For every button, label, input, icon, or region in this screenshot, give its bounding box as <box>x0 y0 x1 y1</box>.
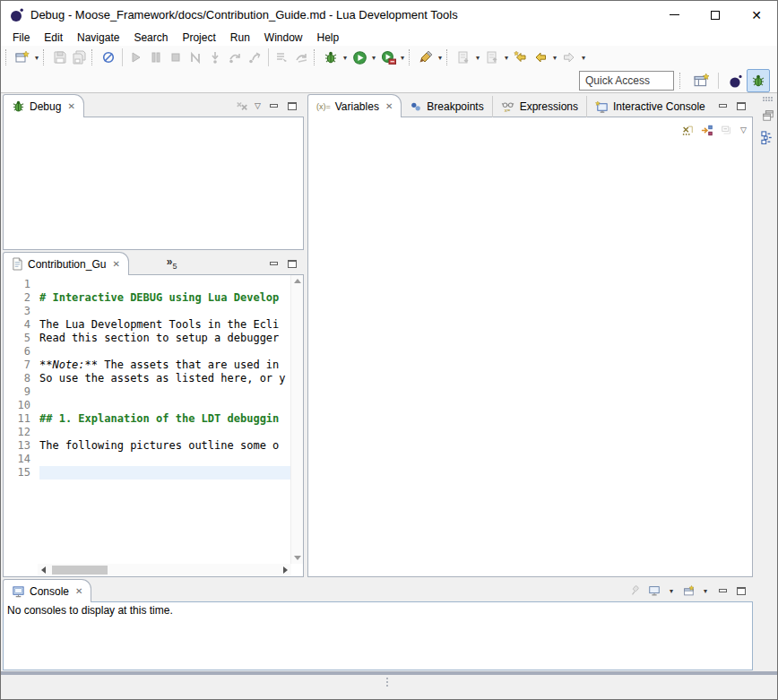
run-last-tool-dropdown[interactable]: ▾ <box>398 47 407 68</box>
line-number: 2 <box>4 291 39 305</box>
toolbar-drag-handle[interactable] <box>5 49 11 65</box>
minimize-view-button[interactable] <box>267 99 280 112</box>
menu-help[interactable]: Help <box>310 30 347 46</box>
lua-perspective-button[interactable] <box>723 69 747 92</box>
new-wizard-button[interactable] <box>13 47 32 68</box>
minimize-view-button[interactable] <box>716 99 729 112</box>
trim-drag-handle[interactable] <box>763 97 774 102</box>
skip-all-breakpoints-button[interactable] <box>99 47 118 68</box>
minimize-view-button[interactable] <box>716 584 729 597</box>
close-icon[interactable]: ✕ <box>385 101 393 111</box>
menu-window[interactable]: Window <box>257 30 310 46</box>
scroll-down-icon[interactable] <box>294 556 301 560</box>
editor-vertical-scrollbar[interactable] <box>290 275 303 564</box>
quick-access-input[interactable] <box>579 71 674 91</box>
menu-project[interactable]: Project <box>175 30 222 46</box>
debug-button[interactable] <box>321 47 341 68</box>
show-type-names-button[interactable] <box>681 124 694 136</box>
tab-debug[interactable]: Debug ✕ <box>3 94 84 117</box>
previous-annotation-button[interactable] <box>482 47 502 68</box>
use-step-filters-button[interactable] <box>272 47 292 68</box>
previous-annotation-dropdown[interactable]: ▾ <box>502 47 511 68</box>
drop-to-frame-button[interactable] <box>292 47 312 68</box>
window-maximize-button[interactable] <box>695 1 736 29</box>
debug-dropdown[interactable]: ▾ <box>341 47 350 68</box>
editor-line: 11## 1. Explanation of the LDT debuggin <box>4 412 291 426</box>
step-over-button[interactable] <box>225 47 245 68</box>
menu-file[interactable]: File <box>5 30 37 46</box>
back-dropdown[interactable]: ▾ <box>550 47 559 68</box>
tab-variables[interactable]: (x)= Variables ✕ <box>307 94 402 117</box>
menu-run[interactable]: Run <box>223 30 257 46</box>
close-icon[interactable]: ✕ <box>67 101 74 111</box>
scroll-right-icon[interactable] <box>283 566 288 574</box>
menu-edit[interactable]: Edit <box>37 30 70 46</box>
menu-navigate[interactable]: Navigate <box>70 30 126 46</box>
editor-content[interactable]: 1 2# Interactive DEBUG using Lua Develop… <box>3 274 304 577</box>
last-edit-location-button[interactable] <box>511 47 531 68</box>
tab-contribution-guide[interactable]: Contribution_Gu ✕ <box>3 252 129 275</box>
display-console-icon <box>648 584 661 597</box>
open-console-button[interactable] <box>682 584 695 597</box>
run-button[interactable] <box>350 47 369 68</box>
display-selected-console-button[interactable] <box>648 584 661 597</box>
close-icon[interactable]: ✕ <box>112 259 119 269</box>
display-console-dropdown[interactable]: ▾ <box>667 584 676 597</box>
tab-expressions[interactable]: x= Expressions <box>493 96 587 117</box>
tab-console[interactable]: Console ✕ <box>3 579 91 602</box>
tab-interactive-console[interactable]: Interactive Console <box>587 96 713 117</box>
run-last-tool-button[interactable] <box>378 47 398 68</box>
save-all-button[interactable] <box>70 47 90 68</box>
tab-breakpoints[interactable]: Breakpoints <box>402 96 492 117</box>
scroll-left-icon[interactable] <box>41 566 46 574</box>
new-wizard-dropdown[interactable]: ▾ <box>32 47 41 68</box>
step-into-button[interactable] <box>205 47 225 68</box>
debug-perspective-button[interactable] <box>747 69 770 92</box>
editor-text-area[interactable]: 1 2# Interactive DEBUG using Lua Develop… <box>4 275 291 564</box>
menu-search[interactable]: Search <box>126 30 175 46</box>
open-perspective-button[interactable] <box>690 69 713 92</box>
editor-horizontal-scrollbar[interactable] <box>38 564 291 576</box>
pin-console-button[interactable] <box>629 584 642 597</box>
collapse-all-button[interactable] <box>721 124 733 136</box>
maximize-view-button[interactable] <box>735 99 748 112</box>
next-annotation-dropdown[interactable]: ▾ <box>473 47 482 68</box>
terminate-button[interactable] <box>166 47 186 68</box>
toolbar-separator <box>91 49 97 65</box>
forward-dropdown[interactable]: ▾ <box>579 47 588 68</box>
step-return-button[interactable] <box>245 47 264 68</box>
window-minimize-button[interactable] <box>653 1 695 29</box>
close-icon[interactable]: ✕ <box>75 586 82 596</box>
previous-annotation-icon <box>485 50 499 65</box>
forward-button[interactable] <box>559 47 579 68</box>
maximize-view-button[interactable] <box>286 257 298 270</box>
view-menu-icon[interactable]: ▽ <box>740 125 747 134</box>
status-bar-drag-handle[interactable] <box>386 678 388 687</box>
variables-view-content[interactable]: ▽ <box>307 117 753 577</box>
next-annotation-button[interactable] <box>454 47 473 68</box>
debug-perspective-icon <box>751 73 765 88</box>
suspend-button[interactable] <box>146 47 166 68</box>
external-tools-dropdown[interactable]: ▾ <box>436 47 445 68</box>
show-logical-structure-button[interactable] <box>701 124 713 136</box>
open-console-dropdown[interactable]: ▾ <box>701 584 710 597</box>
minimize-view-button[interactable] <box>267 257 280 270</box>
scrollbar-thumb[interactable] <box>52 566 108 575</box>
back-button[interactable] <box>531 47 550 68</box>
console-content[interactable]: No consoles to display at this time. <box>3 601 753 670</box>
maximize-view-button[interactable] <box>735 584 748 597</box>
save-button[interactable] <box>50 47 70 68</box>
run-dropdown[interactable]: ▾ <box>369 47 378 68</box>
view-menu-icon[interactable]: ▽ <box>255 101 261 110</box>
window-close-button[interactable]: ✕ <box>736 1 777 29</box>
outline-view-button[interactable] <box>760 129 776 145</box>
maximize-view-button[interactable] <box>286 99 298 112</box>
debug-view-content[interactable] <box>3 117 304 250</box>
remove-all-terminated-button[interactable] <box>236 99 248 112</box>
resume-button[interactable] <box>126 47 146 68</box>
hidden-editors-chevron[interactable]: »5 <box>167 255 177 275</box>
restore-view-button[interactable] <box>760 108 776 124</box>
external-tools-button[interactable] <box>416 47 436 68</box>
disconnect-button[interactable] <box>186 47 205 68</box>
scroll-up-icon[interactable] <box>294 279 301 283</box>
